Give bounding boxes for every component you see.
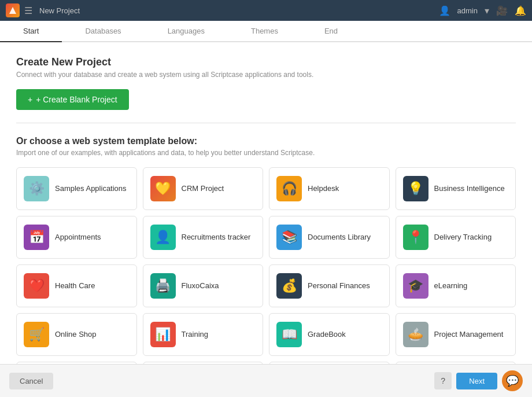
bi-icon: 💡 bbox=[403, 176, 428, 201]
recruitments-label: Recruitments tracker bbox=[182, 233, 251, 242]
bell-icon[interactable]: 🔔 bbox=[515, 5, 526, 16]
projectmgmt-label: Project Management bbox=[434, 330, 504, 340]
profile-icon: 👤 bbox=[439, 5, 450, 16]
template-card-fluxo[interactable]: 🖨️FluxoCaixa bbox=[143, 264, 264, 307]
helpdesk-label: Helpdesk bbox=[308, 184, 339, 194]
fluxo-icon: 🖨️ bbox=[150, 273, 176, 299]
documents-label: Documents Library bbox=[308, 233, 371, 242]
tab-themes[interactable]: Themes bbox=[228, 21, 301, 42]
template-card-delivery[interactable]: 📍Delivery Tracking bbox=[396, 216, 516, 259]
projectmgmt-icon: 🥧 bbox=[403, 322, 428, 347]
finances-label: Personal Finances bbox=[308, 281, 370, 291]
finances-icon: 💰 bbox=[276, 273, 302, 299]
template-section-title: Or choose a web system template below: bbox=[16, 136, 516, 146]
documents-icon: 📚 bbox=[276, 225, 302, 250]
camera-icon[interactable]: 🎥 bbox=[496, 5, 508, 16]
template-card-finances[interactable]: 💰Personal Finances bbox=[269, 264, 390, 307]
template-card-training[interactable]: 📊Training bbox=[143, 313, 264, 356]
section-divider bbox=[16, 123, 516, 123]
main-content: Create New Project Connect with your dat… bbox=[0, 42, 532, 364]
topbar: ☰ New Project 👤 admin ▾ 🎥 🔔 bbox=[0, 0, 532, 21]
topbar-right: 👤 admin ▾ 🎥 🔔 bbox=[439, 5, 526, 16]
template-card-appointments[interactable]: 📅Appointments bbox=[16, 216, 137, 259]
logo bbox=[6, 3, 20, 17]
window-title: New Project bbox=[39, 6, 439, 15]
template-card-bi[interactable]: 💡Business Intelligence bbox=[396, 167, 516, 210]
appointments-icon: 📅 bbox=[24, 225, 49, 250]
onlineshop-icon: 🛒 bbox=[24, 322, 49, 347]
page-subtitle: Connect with your database and create a … bbox=[16, 71, 516, 79]
tabbar: Start Databases Languages Themes End bbox=[0, 21, 532, 42]
template-card-documents[interactable]: 📚Documents Library bbox=[269, 216, 390, 259]
appointments-label: Appointments bbox=[55, 233, 101, 242]
dropdown-icon[interactable]: ▾ bbox=[485, 5, 489, 16]
template-card-samples[interactable]: ⚙️Samples Applications bbox=[16, 167, 137, 210]
training-icon: 📊 bbox=[150, 322, 176, 347]
svg-marker-0 bbox=[9, 7, 16, 14]
elearning-icon: 🎓 bbox=[403, 273, 428, 299]
templates-grid: ⚙️Samples Applications💛CRM Project🎧Helpd… bbox=[16, 167, 516, 364]
user-label[interactable]: admin bbox=[457, 6, 478, 15]
template-card-helpdesk[interactable]: 🎧Helpdesk bbox=[269, 167, 390, 210]
healthcare-label: Health Care bbox=[55, 281, 95, 291]
help-button[interactable]: ? bbox=[434, 372, 452, 389]
next-button[interactable]: Next bbox=[456, 373, 497, 389]
chat-icon: 💬 bbox=[506, 374, 519, 387]
create-blank-label: + Create Blank Project bbox=[36, 95, 117, 104]
menu-icon[interactable]: ☰ bbox=[24, 5, 32, 16]
chat-button[interactable]: 💬 bbox=[502, 370, 523, 391]
template-card-projectmgmt[interactable]: 🥧Project Management bbox=[396, 313, 516, 356]
tab-end[interactable]: End bbox=[301, 21, 361, 42]
template-card-recruitments[interactable]: 👤Recruitments tracker bbox=[143, 216, 264, 259]
delivery-label: Delivery Tracking bbox=[434, 233, 492, 242]
crm-label: CRM Project bbox=[182, 184, 224, 194]
cancel-button[interactable]: Cancel bbox=[9, 373, 53, 389]
tab-languages[interactable]: Languages bbox=[145, 21, 228, 42]
healthcare-icon: ❤️ bbox=[24, 273, 49, 299]
samples-icon: ⚙️ bbox=[24, 176, 49, 201]
template-section-subtitle: Import one of our examples, with applica… bbox=[16, 149, 516, 157]
template-card-gradebook[interactable]: 📖GradeBook bbox=[269, 313, 390, 356]
template-card-onlineshop[interactable]: 🛒Online Shop bbox=[16, 313, 137, 356]
elearning-label: eLearning bbox=[434, 281, 468, 291]
bottom-bar: Cancel ? Next 💬 bbox=[0, 364, 532, 397]
onlineshop-label: Online Shop bbox=[55, 330, 97, 340]
template-card-healthcare[interactable]: ❤️Health Care bbox=[16, 264, 137, 307]
template-card-crm[interactable]: 💛CRM Project bbox=[143, 167, 264, 210]
page-title: Create New Project bbox=[16, 56, 516, 68]
plus-icon: + bbox=[28, 95, 32, 104]
bottom-right: ? Next 💬 bbox=[434, 370, 523, 391]
crm-icon: 💛 bbox=[150, 176, 176, 201]
helpdesk-icon: 🎧 bbox=[276, 176, 302, 201]
samples-label: Samples Applications bbox=[55, 184, 127, 194]
create-blank-button[interactable]: + + Create Blank Project bbox=[16, 89, 129, 110]
template-card-elearning[interactable]: 🎓eLearning bbox=[396, 264, 516, 307]
gradebook-icon: 📖 bbox=[276, 322, 302, 347]
tab-start[interactable]: Start bbox=[0, 21, 62, 42]
recruitments-icon: 👤 bbox=[150, 225, 176, 250]
delivery-icon: 📍 bbox=[403, 225, 428, 250]
bi-label: Business Intelligence bbox=[434, 184, 505, 194]
tab-databases[interactable]: Databases bbox=[62, 21, 144, 42]
fluxo-label: FluxoCaixa bbox=[182, 281, 219, 291]
gradebook-label: GradeBook bbox=[308, 330, 346, 340]
training-label: Training bbox=[182, 330, 208, 340]
